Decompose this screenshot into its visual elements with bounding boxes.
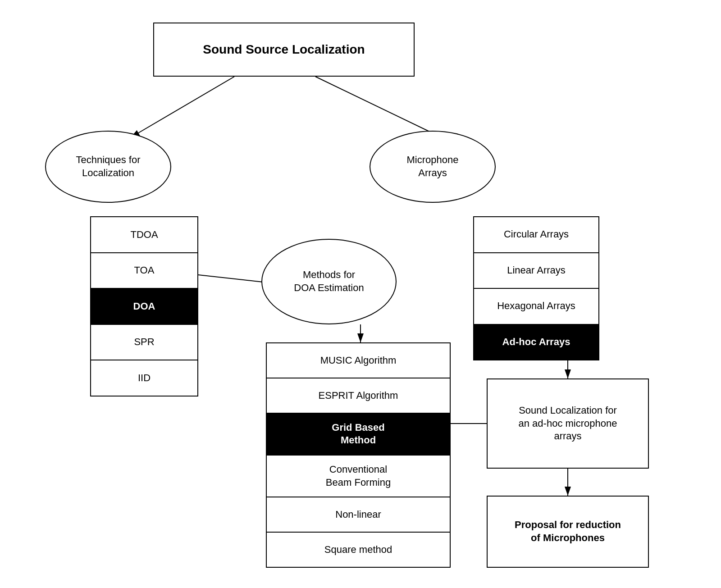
array-circular: Circular Arrays <box>474 217 598 253</box>
sound-localization-box: Sound Localization foran ad-hoc micropho… <box>487 378 649 469</box>
array-linear: Linear Arrays <box>474 253 598 289</box>
proposal-text: Proposal for reductionof Microphones <box>515 519 621 544</box>
array-adhoc: Ad-hoc Arrays <box>474 325 598 360</box>
techniques-list-box: TDOA TOA DOA SPR IID <box>90 216 198 397</box>
technique-doa: DOA <box>91 289 197 325</box>
technique-spr: SPR <box>91 325 197 361</box>
svg-line-2 <box>315 77 442 137</box>
technique-tdoa: TDOA <box>91 217 197 253</box>
title-text: Sound Source Localization <box>203 41 365 58</box>
sound-localization-text: Sound Localization foran ad-hoc micropho… <box>519 404 617 443</box>
methods-doa-ellipse: Methods forDOA Estimation <box>261 239 397 324</box>
svg-line-1 <box>131 77 234 137</box>
method-square: Square method <box>267 533 450 567</box>
technique-toa: TOA <box>91 253 197 289</box>
proposal-box: Proposal for reductionof Microphones <box>487 496 649 568</box>
title-box: Sound Source Localization <box>153 23 415 77</box>
microphone-arrays-label: MicrophoneArrays <box>407 154 459 179</box>
method-esprit: ESPRIT Algorithm <box>267 378 450 414</box>
method-grid: Grid BasedMethod <box>267 414 450 456</box>
method-beamforming: ConventionalBeam Forming <box>267 456 450 497</box>
methods-list-box: MUSIC Algorithm ESPRIT Algorithm Grid Ba… <box>266 342 451 568</box>
method-nonlinear: Non-linear <box>267 497 450 533</box>
methods-doa-label: Methods forDOA Estimation <box>294 269 364 294</box>
arrays-list-box: Circular Arrays Linear Arrays Hexagonal … <box>473 216 599 360</box>
array-hexagonal: Hexagonal Arrays <box>474 289 598 325</box>
technique-iid: IID <box>91 360 197 396</box>
techniques-ellipse: Techniques forLocalization <box>45 131 171 203</box>
method-music: MUSIC Algorithm <box>267 343 450 378</box>
techniques-label: Techniques forLocalization <box>76 154 140 179</box>
microphone-arrays-ellipse: MicrophoneArrays <box>370 131 496 203</box>
diagram: Sound Source Localization Techniques for… <box>0 0 721 588</box>
